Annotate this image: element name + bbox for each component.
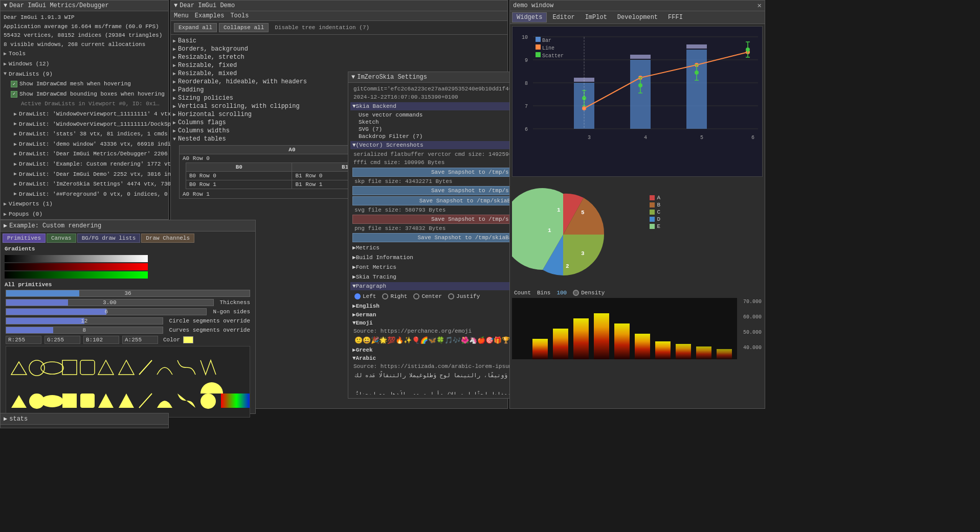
disable-tree-number: (7) <box>359 25 369 31</box>
gradient-red-bar <box>5 263 148 270</box>
svg-marker-69 <box>119 360 134 375</box>
drawlist-item-0[interactable]: ▶ DrawList: 'WindowOverViewport_11111111… <box>11 109 165 120</box>
metrics-title-bar[interactable]: ▼ Dear ImGui Metrics/Debugger <box>1 1 168 11</box>
tab-implot[interactable]: ImPlot <box>581 12 612 22</box>
demo-resize-fixed[interactable]: ▶ Resizable, fixed <box>173 61 505 70</box>
red-component[interactable]: R:255 <box>6 336 41 344</box>
slider-row-36: 36 <box>3 289 253 298</box>
align-right-option[interactable]: Right <box>382 293 407 299</box>
color-swatch[interactable] <box>183 336 193 343</box>
gradient-green-bar <box>5 271 148 279</box>
stats-title-bar[interactable]: ▶ stats <box>1 413 168 425</box>
svg-rect-75 <box>80 394 95 408</box>
tab-draw-channels[interactable]: Draw Channels <box>141 234 194 243</box>
checkbox-mesh[interactable]: ✓ Show ImDrawCmd mesh when hovering <box>11 79 165 89</box>
demo-col-flags-label: Columns flags <box>178 119 226 126</box>
menu-item-examples[interactable]: Examples <box>195 12 225 19</box>
viewports-tree-item[interactable]: ▶ Viewports (1) <box>4 199 165 210</box>
line-chart-svg: 10 9 8 7 6 3 4 5 6 <box>512 26 763 177</box>
expand-all-button[interactable]: Expand all <box>174 23 217 32</box>
drawlist-item-2[interactable]: ▶ DrawList: 'stats' 38 vtx, 81 indices, … <box>11 129 165 140</box>
svg-text:Scatter: Scatter <box>542 53 564 59</box>
pie-legend-b-label: B <box>657 202 660 208</box>
custom-render-content: Gradients All primitives 36 3.00 Thickne… <box>1 243 255 421</box>
drawlist-item-6[interactable]: ▶ DrawList: 'Dear ImGui Demo' 2252 vtx, … <box>11 170 165 180</box>
demo-resize-stretch[interactable]: ▶ Resizable, stretch <box>173 53 505 61</box>
align-justify-radio <box>448 293 454 299</box>
demo-borders[interactable]: ▶ Borders, background <box>173 45 505 53</box>
drawlist-item-3[interactable]: ▶ DrawList: 'demo window' 43336 vtx, 669… <box>11 140 165 150</box>
menu-item-menu[interactable]: Menu <box>174 12 189 19</box>
demo-menu-bar: Menu Examples Tools <box>171 11 507 21</box>
drawlist-item-8[interactable]: ▶ DrawList: '##Foreground' 0 vtx, 0 indi… <box>11 190 165 200</box>
slider-row-thickness: 3.00 Thickness <box>3 298 253 307</box>
popups-tree-item[interactable]: ▶ Popups (0) <box>4 210 165 220</box>
primitives-canvas <box>6 346 250 418</box>
demo-title-bar[interactable]: ▼ Dear ImGui Demo <box>171 1 507 11</box>
demo-charts-title-bar[interactable]: demo window ✕ <box>510 1 765 11</box>
tab-bg-fg[interactable]: BG/FG draw lists <box>77 234 141 243</box>
skia-window-title: ImZeroSkia Settings <box>357 74 427 81</box>
density-toggle[interactable]: Density <box>573 290 605 296</box>
collapse-all-button[interactable]: Collapse all <box>219 23 269 32</box>
hist-y-70: 70.000 <box>742 298 763 306</box>
demo-basic-label: Basic <box>178 37 196 44</box>
greek-arrow: ▶ <box>352 346 356 353</box>
svg-rect-62 <box>717 349 732 359</box>
checkbox-bounds[interactable]: ✓ Show ImDrawCmd bounding boxes when hov… <box>11 89 165 100</box>
tab-editor[interactable]: Editor <box>548 12 579 22</box>
svg-rect-55 <box>573 318 589 359</box>
drawlist-item-5[interactable]: ▶ DrawList: 'Example: Custom rendering' … <box>11 159 165 170</box>
drawlist-item-7[interactable]: ▶ DrawList: 'ImZeroSkia Settings' 4474 v… <box>11 179 165 190</box>
align-left-option[interactable]: Left <box>354 293 376 299</box>
metrics-section-label: Metrics <box>356 245 380 251</box>
green-component[interactable]: G:255 <box>44 336 80 344</box>
align-justify-option[interactable]: Justify <box>448 293 480 299</box>
pie-legend-c: C <box>650 209 660 215</box>
charts-content: 10 9 8 7 6 3 4 5 6 <box>510 24 765 401</box>
tab-development[interactable]: Development <box>613 12 662 22</box>
active-drawlists-label: Active DrawLists in Viewport #0, ID: 0x1… <box>11 99 165 109</box>
demo-charts-close-button[interactable]: ✕ <box>758 2 762 9</box>
checkbox-bounds-label: Show ImDrawCmd bounding boxes when hover… <box>19 90 165 99</box>
drawlist-item-4[interactable]: ▶ DrawList: 'Dear ImGui Metrics/Debugger… <box>11 149 165 159</box>
tab-canvas[interactable]: Canvas <box>47 234 76 243</box>
tools-tree-item[interactable]: ▶ Tools <box>4 49 165 59</box>
windows-tree-item[interactable]: ▶ Windows (12) <box>4 59 165 70</box>
svg-text:2: 2 <box>566 263 569 269</box>
blue-component[interactable]: B:102 <box>83 336 119 344</box>
custom-render-title-bar[interactable]: ▶ Example: Custom rendering <box>1 220 255 232</box>
slider-circle-track[interactable]: 12 <box>6 317 163 325</box>
metrics-section-arrow: ▶ <box>352 244 356 251</box>
ngon-label: N-gon sides <box>213 309 250 315</box>
drawlist-item-1[interactable]: ▶ DrawList: 'WindowOverViewport_11111111… <box>11 120 165 130</box>
alpha-component[interactable]: A:255 <box>122 336 158 344</box>
demo-basic[interactable]: ▶ Basic <box>173 37 505 45</box>
charts-title-text: demo window <box>513 2 553 9</box>
slider-ngon-track[interactable]: 6 <box>6 308 207 315</box>
tab-fffi[interactable]: FFFI <box>663 12 687 22</box>
pie-legend-e: E <box>650 223 660 229</box>
align-left-label: Left <box>363 293 376 299</box>
svg-rect-43 <box>536 44 541 50</box>
slider-thickness-value: 3.00 <box>6 299 213 306</box>
tab-widgets[interactable]: Widgets <box>512 12 547 22</box>
slider-36-track[interactable]: 36 <box>6 290 250 297</box>
menu-item-tools[interactable]: Tools <box>230 12 249 19</box>
svg-rect-41 <box>536 37 541 42</box>
demo-horizontal-scroll-label: Horizontal scrolling <box>178 111 252 118</box>
slider-thickness-track[interactable]: 3.00 <box>6 299 214 306</box>
slider-curves-track[interactable]: 8 <box>6 327 163 334</box>
drawlists-tree-item[interactable]: ▼ DrawLists (9) <box>4 70 165 80</box>
align-center-option[interactable]: Center <box>413 293 442 299</box>
custom-render-tabs: Primitives Canvas BG/FG draw lists Draw … <box>1 232 255 243</box>
color-row: R:255 G:255 B:102 A:255 Color <box>3 335 253 345</box>
svg-text:3: 3 <box>588 135 591 141</box>
pie-legend-b: B <box>650 202 660 208</box>
hist-y-50: 50.000 <box>742 329 763 336</box>
align-right-label: Right <box>390 293 407 299</box>
svg-marker-71 <box>11 395 27 408</box>
bins-value[interactable]: 100 <box>556 290 567 296</box>
tab-primitives[interactable]: Primitives <box>3 234 46 243</box>
svg-label: SVG (7) <box>359 126 382 132</box>
